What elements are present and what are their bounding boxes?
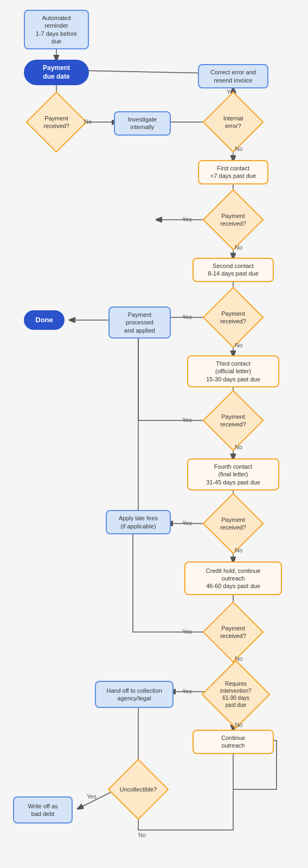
payment-processed-node: Payment processed and applied: [108, 307, 171, 339]
hand-off-node: Hand off to collection agency/legal: [95, 681, 174, 708]
yes-label-requires-intervention: Yes: [182, 688, 192, 694]
third-contact-node: Third contact (official letter) 15-30 da…: [187, 355, 279, 387]
no-label-requires-intervention: No: [235, 722, 242, 728]
no-label-pr4: No: [235, 444, 242, 450]
svg-line-5: [80, 71, 211, 73]
no-label-pr2: No: [235, 244, 242, 251]
payment-received-6-diamond: Paymentreceived?: [211, 610, 255, 654]
second-contact-node: Second contact 8-14 days past due: [193, 258, 274, 282]
payment-received-4-diamond: Paymentreceived?: [211, 399, 255, 442]
internal-error-diamond: Internalerror?: [211, 100, 255, 144]
first-contact-node: First contact <7 days past due: [198, 160, 268, 184]
no-label-uncollectible: No: [138, 832, 146, 838]
requires-intervention-diamond: Requiresintervention?61-90 dayspast due: [211, 670, 255, 713]
no-label-internal-error: No: [235, 145, 242, 152]
credit-hold-node: Credit hold, continue outreach 46-60 day…: [184, 561, 282, 595]
payment-due-date-node: Payment due date: [24, 60, 89, 85]
yes-label-pr5: Yes: [182, 520, 192, 526]
no-label-pr1: No: [84, 118, 92, 125]
investigate-internally-node: Investigate internally: [114, 111, 171, 136]
yes-label-pr2: Yes: [182, 216, 192, 222]
continue-outreach-node: Continue outreach: [193, 730, 274, 754]
yes-label-pr3: Yes: [182, 314, 192, 320]
payment-received-1-diamond: Paymentreceived?: [35, 100, 78, 144]
correct-error-node: Correct error and resend invoice: [198, 64, 268, 88]
fourth-contact-node: Fourth contact (final letter) 31-45 days…: [187, 458, 279, 490]
payment-received-3-diamond: Paymentreceived?: [211, 296, 255, 339]
uncollectible-diamond: Uncollectible?: [117, 768, 160, 811]
done-node: Done: [24, 310, 65, 330]
flowchart: Automated reminder 1-7 days before due P…: [0, 0, 308, 868]
apply-late-fees-node: Apply late fees (if applicable): [106, 510, 171, 534]
automated-reminder-node: Automated reminder 1-7 days before due: [24, 10, 89, 49]
yes-label-pr6: Yes: [182, 628, 192, 635]
write-off-node: Write off as bad debt: [13, 796, 73, 824]
yes-label-uncollectible: Yes: [87, 793, 97, 800]
no-label-pr5: No: [235, 547, 242, 553]
no-label-pr3: No: [235, 342, 242, 348]
yes-label-pr4: Yes: [182, 417, 192, 423]
payment-received-2-diamond: Paymentreceived?: [211, 198, 255, 241]
payment-received-5-diamond: Paymentreceived?: [211, 502, 255, 545]
